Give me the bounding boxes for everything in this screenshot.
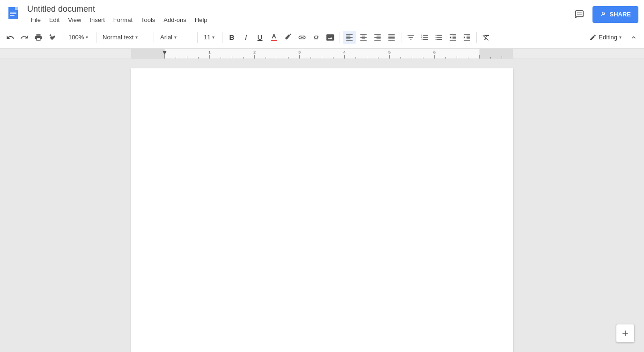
share-button[interactable]: SHARE — [592, 6, 638, 23]
comments-button[interactable] — [571, 6, 588, 23]
align-right-button[interactable] — [371, 31, 384, 44]
menu-item-file[interactable]: File — [27, 15, 44, 24]
increase-indent-button[interactable] — [460, 31, 474, 44]
menu-bar: FileEditViewInsertFormatToolsAdd-onsHelp — [27, 15, 571, 24]
document-page[interactable] — [131, 68, 513, 352]
svg-rect-6 — [10, 15, 15, 16]
style-dropdown[interactable]: Normal text ▾ — [99, 31, 151, 44]
doc-title[interactable]: Untitled document — [27, 4, 571, 15]
fontsize-chevron: ▾ — [212, 35, 215, 40]
app-logo[interactable] — [6, 6, 22, 23]
ruler-canvas — [0, 49, 644, 59]
editing-mode-dropdown[interactable]: Editing ▾ — [586, 31, 624, 44]
line-spacing-button[interactable] — [404, 31, 417, 44]
font-dropdown[interactable]: Arial ▾ — [157, 31, 194, 44]
zoom-chevron: ▾ — [86, 35, 88, 40]
svg-rect-4 — [10, 12, 16, 13]
highlight-button[interactable] — [281, 31, 295, 44]
decrease-indent-button[interactable] — [446, 31, 459, 44]
content-area[interactable] — [0, 59, 644, 352]
font-chevron: ▾ — [174, 35, 177, 40]
menu-item-insert[interactable]: Insert — [86, 15, 109, 24]
divider-5 — [222, 32, 222, 43]
svg-rect-7 — [576, 10, 584, 16]
collapse-toolbar-button[interactable] — [627, 31, 640, 44]
editing-mode-chevron: ▾ — [619, 35, 622, 40]
print-button[interactable] — [32, 31, 45, 44]
redo-button[interactable] — [18, 31, 31, 44]
toolbar: 100% ▾ Normal text ▾ Arial ▾ 11 ▾ B I U … — [0, 26, 644, 49]
insert-special-chars-button[interactable]: Ω — [310, 31, 323, 44]
divider-3 — [154, 32, 154, 43]
insert-image-button[interactable] — [324, 31, 337, 44]
svg-rect-3 — [15, 7, 18, 10]
svg-rect-2 — [8, 7, 15, 19]
text-color-icon: A — [271, 33, 277, 41]
svg-rect-5 — [10, 13, 16, 14]
align-left-button[interactable] — [343, 31, 356, 44]
bullet-list-button[interactable] — [432, 31, 445, 44]
paint-format-button[interactable] — [46, 31, 59, 44]
menu-item-tools[interactable]: Tools — [137, 15, 159, 24]
bottom-action-button[interactable] — [616, 324, 635, 343]
insert-link-button[interactable] — [296, 31, 309, 44]
justify-button[interactable] — [385, 31, 398, 44]
menu-item-help[interactable]: Help — [191, 15, 211, 24]
divider-8 — [476, 32, 477, 43]
align-center-button[interactable] — [357, 31, 370, 44]
menu-item-add-ons[interactable]: Add-ons — [160, 15, 190, 24]
text-color-button[interactable]: A — [267, 31, 281, 44]
style-chevron: ▾ — [135, 35, 138, 40]
editing-mode-label: Editing — [599, 34, 617, 41]
bold-button[interactable]: B — [225, 31, 238, 44]
underline-button[interactable]: U — [253, 31, 266, 44]
font-value: Arial — [160, 34, 172, 41]
divider-2 — [96, 32, 96, 43]
fontsize-dropdown[interactable]: 11 ▾ — [200, 31, 219, 44]
zoom-dropdown[interactable]: 100% ▾ — [65, 31, 93, 44]
divider-7 — [401, 32, 401, 43]
header-actions: SHARE — [571, 6, 638, 23]
menu-item-edit[interactable]: Edit — [45, 15, 63, 24]
fontsize-value: 11 — [204, 34, 210, 41]
italic-button[interactable]: I — [239, 31, 252, 44]
menu-item-view[interactable]: View — [64, 15, 85, 24]
clear-formatting-button[interactable] — [480, 31, 493, 44]
ruler — [0, 49, 644, 59]
zoom-value: 100% — [68, 34, 84, 41]
divider-6 — [340, 32, 340, 43]
title-area: Untitled document FileEditViewInsertForm… — [27, 4, 571, 24]
numbered-list-button[interactable] — [418, 31, 431, 44]
share-label: SHARE — [609, 11, 631, 18]
divider-4 — [197, 32, 198, 43]
menu-item-format[interactable]: Format — [110, 15, 136, 24]
title-bar: Untitled document FileEditViewInsertForm… — [0, 0, 644, 26]
divider-1 — [62, 32, 62, 43]
style-value: Normal text — [103, 34, 133, 41]
undo-button[interactable] — [4, 31, 17, 44]
